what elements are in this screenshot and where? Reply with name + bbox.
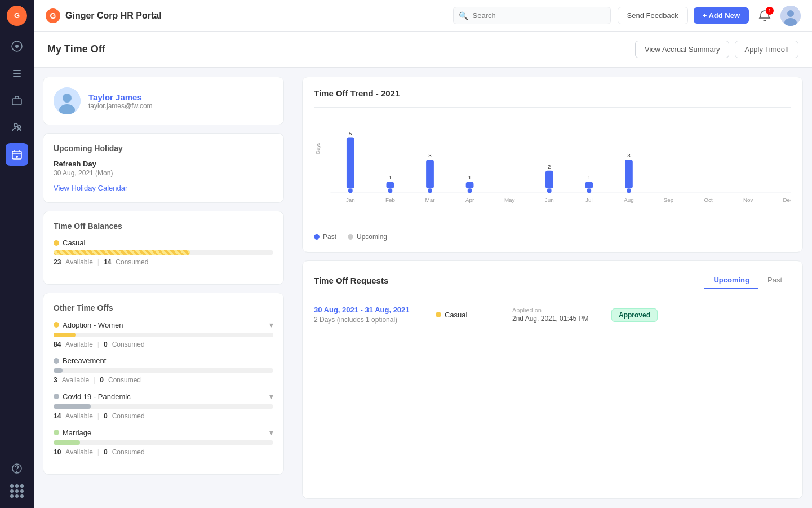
svg-text:2: 2 [548,164,551,170]
other-bar-3 [54,440,80,445]
other-bar-wrap-2 [54,404,273,409]
svg-text:May: May [504,197,515,203]
nav-bottom [6,457,28,502]
request-applied-0: Applied on 2nd Aug, 2021, 01:45 PM [512,307,602,323]
view-accrual-button[interactable]: View Accrual Summary [635,41,729,58]
tab-past[interactable]: Past [758,272,791,289]
casual-dot [54,240,59,246]
search-box: 🔍 [453,7,611,24]
balances-title: Time Off Balances [54,222,273,231]
svg-text:Jul: Jul [585,197,593,203]
request-type-dot-0 [436,312,441,317]
add-new-button[interactable]: + Add New [694,7,749,24]
svg-text:1: 1 [588,174,591,180]
holiday-name: Refresh Day [54,160,273,168]
casual-balance-item: Casual 23 Available | 14 Consumed [54,238,273,266]
view-holiday-calendar-link[interactable]: View Holiday Calendar [54,184,127,192]
svg-text:5: 5 [349,130,352,136]
requests-header: Time Off Requests Upcoming Past [314,272,791,289]
other-item: Bereavement 3 Available | 0 Consumed [54,356,273,384]
svg-point-11 [16,156,18,158]
svg-point-50 [627,188,631,193]
search-input[interactable] [453,7,611,24]
page-title: My Time Off [47,43,105,55]
request-applied-label-0: Applied on [512,307,602,313]
other-label-row-1: Bereavement [54,356,273,365]
nav-icon-dashboard[interactable] [6,35,28,58]
other-label-row-2: Covid 19 - Pandemic ▾ [54,392,273,401]
user-card: Taylor James taylor.james@fw.com [43,77,284,125]
chevron-icon-0[interactable]: ▾ [269,320,273,329]
nav-icon-timeoff[interactable] [6,143,28,166]
svg-text:Dec: Dec [783,197,791,203]
send-feedback-button[interactable]: Send Feedback [618,7,688,24]
nav-icon-briefcase[interactable] [6,89,28,112]
other-bar-2 [54,404,91,409]
topbar: G Ginger Corp HR Portal 🔍 Send Feedback … [34,0,812,32]
other-available-3: 10 [54,448,61,456]
requests-title: Time Off Requests [314,276,388,285]
holiday-date: 30 Aug, 2021 (Mon) [54,169,273,177]
search-icon: 🔍 [459,11,468,20]
holiday-section-title: Upcoming Holiday [54,144,273,153]
other-item: Marriage ▾ 10 Available | 0 Consumed [54,428,273,456]
other-stats-0: 84 Available | 0 Consumed [54,341,273,348]
svg-rect-28 [387,182,394,188]
other-items-list: Adoption - Women ▾ 84 Available | 0 Cons… [54,320,273,456]
requests-tabs: Upcoming Past [704,272,791,289]
request-date-range-0: 30 Aug, 2021 - 31 Aug, 2021 [314,306,427,314]
svg-rect-4 [13,70,21,71]
chart-legend: Past Upcoming [314,233,791,241]
other-consumed-0: 0 [104,341,108,348]
nav-icon-people[interactable] [6,116,28,139]
svg-rect-7 [12,99,21,105]
svg-text:3: 3 [627,152,631,158]
other-consumed-1: 0 [100,376,104,384]
page-header-actions: View Accrual Summary Apply Timeoff [635,41,798,58]
nav-icon-help[interactable] [6,457,28,480]
left-nav: G [0,0,34,508]
svg-text:Jan: Jan [346,197,355,203]
casual-stats: 23 Available | 14 Consumed [54,258,273,266]
main-area: G Ginger Corp HR Portal 🔍 Send Feedback … [34,0,812,508]
notification-badge: 1 [766,7,774,15]
svg-text:Aug: Aug [624,197,634,203]
nav-app-grid[interactable] [6,480,28,502]
notification-button[interactable]: 1 [755,6,775,26]
svg-point-20 [63,94,72,103]
right-panel: Time Off Trend - 2021 Days5Jan1Feb3Mar1A… [293,68,812,508]
svg-text:Mar: Mar [425,197,436,203]
svg-point-9 [18,126,21,129]
legend-past: Past [314,233,336,241]
other-item: Adoption - Women ▾ 84 Available | 0 Cons… [54,320,273,348]
casual-label: Casual [54,238,273,247]
other-label-text-1: Bereavement [63,356,106,365]
svg-text:1: 1 [468,174,471,180]
chevron-icon-3[interactable]: ▾ [269,428,273,437]
other-consumed-3: 0 [104,448,108,456]
svg-rect-32 [426,160,434,188]
nav-icon-lists[interactable] [6,62,28,85]
svg-point-13 [17,471,17,472]
svg-rect-36 [466,182,474,188]
other-label-text-0: Adoption - Women [63,321,123,329]
svg-text:3: 3 [428,152,432,158]
svg-rect-5 [13,73,21,74]
status-badge-0: Approved [611,308,658,322]
user-avatar[interactable] [780,6,801,26]
trend-card: Time Off Trend - 2021 Days5Jan1Feb3Mar1A… [302,77,803,253]
topbar-actions: Send Feedback + Add New 1 [618,6,801,26]
chevron-icon-2[interactable]: ▾ [269,392,273,401]
tab-upcoming[interactable]: Upcoming [704,272,758,289]
other-available-0: 84 [54,341,61,348]
casual-bar-wrap [54,250,273,255]
other-label-1: Bereavement [54,356,106,365]
other-item: Covid 19 - Pandemic ▾ 14 Available | 0 C… [54,392,273,420]
other-label-0: Adoption - Women [54,321,123,329]
svg-rect-24 [347,138,354,189]
apply-timeoff-button[interactable]: Apply Timeoff [735,41,798,58]
past-legend-dot [314,234,320,240]
svg-rect-49 [625,160,633,188]
other-dot-1 [54,358,59,364]
app-logo[interactable]: G [7,6,27,26]
